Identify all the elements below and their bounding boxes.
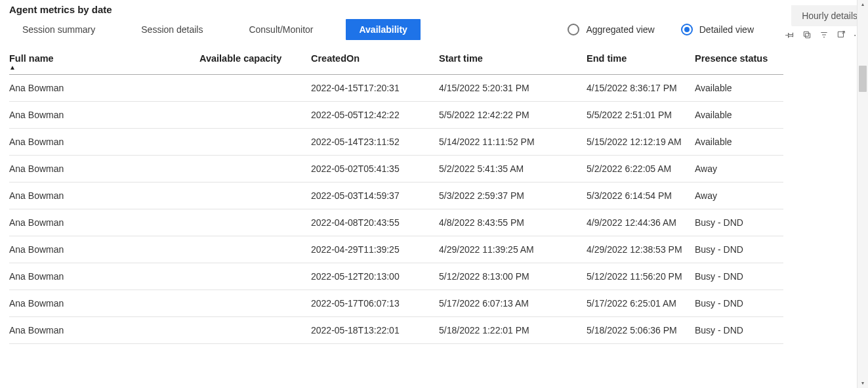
cell-end_time: 5/12/2022 11:56:20 PM <box>587 263 695 290</box>
cell-created_on: 2022-05-05T12:42:22 <box>311 102 439 129</box>
aggregated-view-label: Aggregated view <box>586 24 654 35</box>
cell-full_name: Ana Bowman <box>9 317 199 344</box>
cell-avail_capacity <box>199 75 311 102</box>
cell-full_name: Ana Bowman <box>9 156 199 183</box>
table-row[interactable]: Ana Bowman2022-04-15T17:20:314/15/2022 5… <box>9 75 783 102</box>
cell-end_time: 5/17/2022 6:25:01 AM <box>587 290 695 317</box>
cell-presence: Available <box>695 129 783 156</box>
page-title: Agent metrics by date <box>0 0 868 18</box>
tab-session-summary[interactable]: Session summary <box>9 19 108 40</box>
column-header-presence[interactable]: Presence status <box>695 47 783 75</box>
cell-start_time: 5/18/2022 1:22:01 PM <box>439 317 587 344</box>
sort-ascending-icon: ▲ <box>9 65 197 70</box>
cell-presence: Busy - DND <box>695 209 783 236</box>
column-header-end_time[interactable]: End time <box>587 47 695 75</box>
cell-end_time: 5/3/2022 6:14:54 PM <box>587 183 695 209</box>
cell-presence: Busy - DND <box>695 317 783 344</box>
detailed-view-radio[interactable]: Detailed view <box>681 24 754 35</box>
cell-presence: Available <box>695 75 783 102</box>
table-row[interactable]: Ana Bowman2022-05-03T14:59:375/3/2022 2:… <box>9 183 783 209</box>
table-row[interactable]: Ana Bowman2022-05-14T23:11:525/14/2022 1… <box>9 129 783 156</box>
cell-presence: Available <box>695 102 783 129</box>
scroll-up-arrow-icon[interactable]: ▴ <box>858 0 868 9</box>
tab-strip: Session summarySession detailsConsult/Mo… <box>9 19 421 40</box>
column-header-avail_capacity[interactable]: Available capacity <box>199 47 311 75</box>
cell-start_time: 4/8/2022 8:43:55 PM <box>439 209 587 236</box>
cell-full_name: Ana Bowman <box>9 209 199 236</box>
scroll-down-arrow-icon[interactable]: ▾ <box>858 379 868 388</box>
cell-created_on: 2022-04-29T11:39:25 <box>311 236 439 263</box>
vertical-scrollbar[interactable]: ▴ ▾ <box>857 0 868 388</box>
cell-end_time: 5/5/2022 2:51:01 PM <box>587 102 695 129</box>
cell-created_on: 2022-05-18T13:22:01 <box>311 317 439 344</box>
cell-avail_capacity <box>199 209 311 236</box>
cell-full_name: Ana Bowman <box>9 102 199 129</box>
table-header-row: Full name▲Available capacityCreatedOnSta… <box>9 47 783 75</box>
cell-created_on: 2022-05-03T14:59:37 <box>311 183 439 209</box>
cell-start_time: 5/3/2022 2:59:37 PM <box>439 183 587 209</box>
cell-full_name: Ana Bowman <box>9 75 199 102</box>
cell-start_time: 5/2/2022 5:41:35 AM <box>439 156 587 183</box>
cell-avail_capacity <box>199 290 311 317</box>
column-header-full_name[interactable]: Full name▲ <box>9 47 199 75</box>
cell-start_time: 5/14/2022 11:11:52 PM <box>439 129 587 156</box>
cell-avail_capacity <box>199 156 311 183</box>
cell-avail_capacity <box>199 129 311 156</box>
tab-session-details[interactable]: Session details <box>128 19 216 40</box>
cell-full_name: Ana Bowman <box>9 183 199 209</box>
column-header-created_on[interactable]: CreatedOn <box>311 47 439 75</box>
tab-availability[interactable]: Availability <box>346 19 420 40</box>
table-row[interactable]: Ana Bowman2022-05-17T06:07:135/17/2022 6… <box>9 290 783 317</box>
cell-avail_capacity <box>199 236 311 263</box>
cell-end_time: 4/15/2022 8:36:17 PM <box>587 75 695 102</box>
cell-end_time: 4/9/2022 12:44:36 AM <box>587 209 695 236</box>
column-header-start_time[interactable]: Start time <box>439 47 587 75</box>
metrics-table: Full name▲Available capacityCreatedOnSta… <box>0 47 793 344</box>
cell-created_on: 2022-04-08T20:43:55 <box>311 209 439 236</box>
table-body: Ana Bowman2022-04-15T17:20:314/15/2022 5… <box>9 75 783 344</box>
cell-created_on: 2022-05-17T06:07:13 <box>311 290 439 317</box>
cell-start_time: 5/17/2022 6:07:13 AM <box>439 290 587 317</box>
tab-consult-monitor[interactable]: Consult/Monitor <box>236 19 326 40</box>
scrollbar-thumb[interactable] <box>859 66 867 92</box>
cell-avail_capacity <box>199 102 311 129</box>
cell-created_on: 2022-05-12T20:13:00 <box>311 263 439 290</box>
table-row[interactable]: Ana Bowman2022-05-02T05:41:355/2/2022 5:… <box>9 156 783 183</box>
cell-start_time: 5/5/2022 12:42:22 PM <box>439 102 587 129</box>
view-toggles: Aggregated view Detailed view <box>568 24 859 35</box>
cell-presence: Busy - DND <box>695 290 783 317</box>
aggregated-view-radio[interactable]: Aggregated view <box>568 24 654 35</box>
cell-presence: Away <box>695 183 783 209</box>
cell-start_time: 4/29/2022 11:39:25 AM <box>439 236 587 263</box>
cell-created_on: 2022-04-15T17:20:31 <box>311 75 439 102</box>
cell-presence: Away <box>695 156 783 183</box>
table-row[interactable]: Ana Bowman2022-05-12T20:13:005/12/2022 8… <box>9 263 783 290</box>
cell-created_on: 2022-05-14T23:11:52 <box>311 129 439 156</box>
cell-presence: Busy - DND <box>695 263 783 290</box>
cell-avail_capacity <box>199 317 311 344</box>
cell-full_name: Ana Bowman <box>9 236 199 263</box>
table-row[interactable]: Ana Bowman2022-04-08T20:43:554/8/2022 8:… <box>9 209 783 236</box>
cell-presence: Busy - DND <box>695 236 783 263</box>
cell-end_time: 4/29/2022 12:38:53 PM <box>587 236 695 263</box>
cell-end_time: 5/18/2022 5:06:36 PM <box>587 317 695 344</box>
cell-full_name: Ana Bowman <box>9 263 199 290</box>
table-row[interactable]: Ana Bowman2022-05-05T12:42:225/5/2022 12… <box>9 102 783 129</box>
cell-start_time: 4/15/2022 5:20:31 PM <box>439 75 587 102</box>
cell-full_name: Ana Bowman <box>9 129 199 156</box>
cell-end_time: 5/2/2022 6:22:05 AM <box>587 156 695 183</box>
table-row[interactable]: Ana Bowman2022-05-18T13:22:015/18/2022 1… <box>9 317 783 344</box>
cell-full_name: Ana Bowman <box>9 290 199 317</box>
cell-avail_capacity <box>199 183 311 209</box>
table-row[interactable]: Ana Bowman2022-04-29T11:39:254/29/2022 1… <box>9 236 783 263</box>
cell-end_time: 5/15/2022 12:12:19 AM <box>587 129 695 156</box>
detailed-view-label: Detailed view <box>699 24 754 35</box>
cell-created_on: 2022-05-02T05:41:35 <box>311 156 439 183</box>
cell-avail_capacity <box>199 263 311 290</box>
cell-start_time: 5/12/2022 8:13:00 PM <box>439 263 587 290</box>
top-bar: Session summarySession detailsConsult/Mo… <box>0 18 868 47</box>
